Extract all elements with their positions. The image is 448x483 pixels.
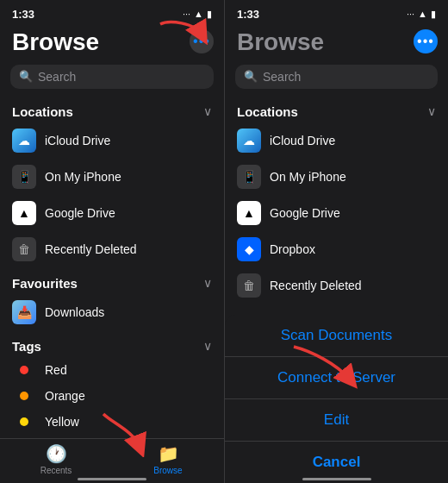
icloud-icon-left: ☁ xyxy=(12,129,36,153)
gdrive-label-left: Google Drive xyxy=(45,206,115,220)
search-placeholder-left: Search xyxy=(38,70,76,84)
list-item-trash-left[interactable]: 🗑 Recently Deleted xyxy=(0,231,224,267)
list-item-trash-right[interactable]: 🗑 Recently Deleted xyxy=(225,267,448,304)
section-title-locations-right: Locations xyxy=(237,104,298,119)
list-item-iphone-right[interactable]: 📱 On My iPhone xyxy=(225,159,448,195)
list-item-icloud-right[interactable]: ☁ iCloud Drive xyxy=(225,122,448,159)
dots-icon-right: ••• xyxy=(417,34,434,48)
red-label-left: Red xyxy=(45,363,67,377)
section-tags-left: Tags ∨ xyxy=(0,330,224,357)
iphone-icon-right: 📱 xyxy=(237,165,261,189)
iphone-label-right: On My iPhone xyxy=(270,170,346,184)
signal-icon-right: ··· xyxy=(407,9,414,19)
search-icon-right: 🔍 xyxy=(244,70,258,83)
recents-tab-icon: 🕐 xyxy=(46,443,67,464)
downloads-label-left: Downloads xyxy=(45,305,104,319)
red-dot-icon xyxy=(20,366,28,374)
header-left: Browse ••• xyxy=(0,24,224,60)
iphone-icon-left: 📱 xyxy=(12,165,36,189)
dropbox-icon-right: ◆ xyxy=(237,237,261,261)
battery-icon-right: ▮ xyxy=(431,9,436,20)
status-icons-left: ··· ▲ ▮ xyxy=(183,9,212,20)
list-item-iphone-left[interactable]: 📱 On My iPhone xyxy=(0,159,224,195)
icloud-icon-right: ☁ xyxy=(237,129,261,153)
cancel-button[interactable]: Cancel xyxy=(225,442,448,483)
signal-icon: ··· xyxy=(183,9,190,19)
wifi-icon: ▲ xyxy=(194,9,203,19)
page-title-left: Browse xyxy=(12,28,99,55)
search-bar-left[interactable]: 🔍 Search xyxy=(10,65,214,89)
list-item-dropbox-right[interactable]: ◆ Dropbox xyxy=(225,231,448,267)
scroll-content-left: Locations ∨ ☁ iCloud Drive 📱 On My iPhon… xyxy=(0,96,224,483)
section-favourites-left: Favourites ∨ xyxy=(0,267,224,294)
status-icons-right: ··· ▲ ▮ xyxy=(407,9,436,20)
recents-tab-label: Recents xyxy=(40,466,72,475)
more-button[interactable]: ••• xyxy=(190,29,214,53)
right-panel: 1:33 ··· ▲ ▮ Browse ••• 🔍 Search Locatio… xyxy=(224,0,448,483)
trash-label-right: Recently Deleted xyxy=(270,279,362,292)
tab-bar-left: 🕐 Recents 📁 Browse xyxy=(0,438,224,483)
list-item-orange-left[interactable]: Orange xyxy=(0,383,224,409)
icloud-label-left: iCloud Drive xyxy=(45,134,110,147)
yellow-dot-icon xyxy=(20,417,28,426)
trash-icon-right: 🗑 xyxy=(237,273,261,298)
battery-icon: ▮ xyxy=(207,9,212,20)
section-locations-right: Locations ∨ xyxy=(225,96,448,122)
list-item-gdrive-right[interactable]: ▲ Google Drive xyxy=(225,195,448,231)
list-item-gdrive-left[interactable]: ▲ Google Drive xyxy=(0,195,224,231)
page-title-right: Browse xyxy=(237,28,324,55)
icloud-label-right: iCloud Drive xyxy=(270,134,335,147)
section-title-favourites-left: Favourites xyxy=(12,276,78,291)
tab-recents-left[interactable]: 🕐 Recents xyxy=(0,443,112,475)
gdrive-label-right: Google Drive xyxy=(270,206,340,220)
list-item-red-left[interactable]: Red xyxy=(0,357,224,383)
more-button-right[interactable]: ••• xyxy=(414,29,438,53)
section-title-locations-left: Locations xyxy=(12,104,73,119)
header-right: Browse ••• xyxy=(225,24,448,60)
home-indicator-right xyxy=(225,478,448,481)
yellow-label-left: Yellow xyxy=(45,415,79,429)
gdrive-icon-left: ▲ xyxy=(12,201,36,225)
gdrive-icon-right: ▲ xyxy=(237,201,261,225)
search-placeholder-right: Search xyxy=(263,70,301,84)
list-item-icloud-left[interactable]: ☁ iCloud Drive xyxy=(0,122,224,159)
chevron-tags-left[interactable]: ∨ xyxy=(203,339,212,353)
wifi-icon-right: ▲ xyxy=(418,9,427,19)
home-indicator-left xyxy=(0,478,224,481)
status-bar-right: 1:33 ··· ▲ ▮ xyxy=(225,0,448,24)
browse-tab-label: Browse xyxy=(153,466,182,475)
search-icon-left: 🔍 xyxy=(19,70,33,83)
section-title-tags-left: Tags xyxy=(12,339,41,354)
action-sheet: Scan Documents Connect to Server Edit Ca… xyxy=(225,315,448,483)
trash-label-left: Recently Deleted xyxy=(45,242,137,256)
list-item-downloads-left[interactable]: 📥 Downloads xyxy=(0,294,224,330)
dots-icon: ••• xyxy=(193,34,210,48)
chevron-locations-left[interactable]: ∨ xyxy=(203,104,212,118)
section-locations-left: Locations ∨ xyxy=(0,96,224,122)
dropbox-label-right: Dropbox xyxy=(270,242,315,256)
trash-icon-left: 🗑 xyxy=(12,237,36,261)
downloads-icon-left: 📥 xyxy=(12,300,36,324)
time-left: 1:33 xyxy=(12,8,34,21)
status-bar-left: 1:33 ··· ▲ ▮ xyxy=(0,0,224,24)
browse-tab-icon: 📁 xyxy=(158,443,179,464)
scan-documents-button[interactable]: Scan Documents xyxy=(225,315,448,357)
iphone-label-left: On My iPhone xyxy=(45,170,121,184)
connect-to-server-button[interactable]: Connect to Server xyxy=(225,357,448,399)
time-right: 1:33 xyxy=(237,8,259,21)
left-panel: 1:33 ··· ▲ ▮ Browse ••• 🔍 Search Locatio… xyxy=(0,0,224,483)
orange-label-left: Orange xyxy=(45,389,85,403)
list-item-yellow-left[interactable]: Yellow xyxy=(0,409,224,435)
chevron-locations-right[interactable]: ∨ xyxy=(427,104,436,118)
edit-button[interactable]: Edit xyxy=(225,399,448,442)
search-bar-right[interactable]: 🔍 Search xyxy=(235,65,438,89)
orange-dot-icon xyxy=(20,392,28,400)
tab-browse-left[interactable]: 📁 Browse xyxy=(112,443,224,475)
chevron-favourites-left[interactable]: ∨ xyxy=(203,276,212,290)
